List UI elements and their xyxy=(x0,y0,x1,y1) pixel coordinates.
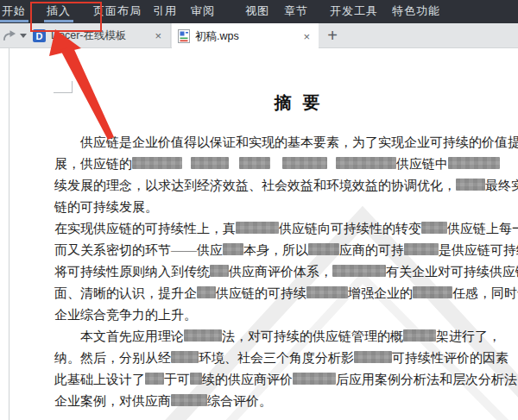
text-run: 后应用案例分析法和层次分析法 xyxy=(336,373,517,386)
document-line: 链的可持续发展。 xyxy=(54,197,518,218)
document-line: 本文首先应用理论法，对可持续的供应链管理的概架进行了， xyxy=(54,326,518,348)
censored-text xyxy=(456,179,485,191)
text-run: 可持续性评价的因素 xyxy=(392,351,509,365)
censored-text xyxy=(332,265,386,277)
censored-text xyxy=(132,157,182,169)
document-line: 而又关系密切的环节——供应本身，所以应商的可持是供应链可持续性 xyxy=(54,240,518,261)
censored-text xyxy=(404,243,439,255)
text-run: 供应链的可持续 xyxy=(216,286,306,300)
menu-tab-references[interactable]: 引用 xyxy=(153,0,177,23)
menu-tab-review[interactable]: 审阅 xyxy=(191,0,215,23)
close-icon[interactable]: × xyxy=(303,31,310,42)
text-run: 链的可持续发展。 xyxy=(54,200,158,214)
text-run: 任感，同时也 xyxy=(452,286,518,300)
docer-logo-icon: D xyxy=(33,29,46,42)
wps-document-icon xyxy=(178,29,190,43)
document-line: 此基础上设计了于可续的供应商评价后应用案例分析法和层次分析法 xyxy=(54,369,518,391)
text-run: 展，供应链的 xyxy=(54,157,132,171)
text-gap xyxy=(327,167,336,168)
text-run: 纳。然后，分别从经 xyxy=(54,351,171,365)
menu-label: 视图 xyxy=(245,4,269,17)
menu-label: 章节 xyxy=(284,4,308,17)
document-line: 在实现供应链的可持续性上，真供应链向可持续性的转变供应链上每一 xyxy=(54,218,518,240)
menu-label: 审阅 xyxy=(191,4,215,17)
tab-docer-templates[interactable]: D Docer-在线模板 × xyxy=(29,23,171,48)
text-run: 将可持续性原则纳入到传统 xyxy=(54,265,210,279)
censored-text xyxy=(448,157,500,169)
text-run: 面、清晰的认识，提升企 xyxy=(54,286,197,300)
text-run: 架进行了， xyxy=(436,329,501,343)
wps-writer-window: 开始 插入 页面布局 引用 审阅 视图 章节 开发工具 特色功能 D Docer… xyxy=(0,0,518,420)
text-run: 于可 xyxy=(164,373,190,386)
censored-text xyxy=(191,157,229,169)
new-tab-button[interactable]: + xyxy=(324,25,341,46)
censored-text xyxy=(308,243,339,255)
text-run: 供应链是企业价值得以保证和实现的基本要素，为了实现企业可持续的价值提 xyxy=(80,135,518,149)
text-gap xyxy=(182,167,191,168)
text-run: 供应商评价体系， xyxy=(229,265,332,279)
text-run: 是供应链可持续性 xyxy=(439,243,518,257)
text-run: 企业综合竞争力的上升。 xyxy=(54,308,197,322)
text-run: 续发展的理念，以求达到经济效益、社会效益和环境效益的协调优化， xyxy=(54,179,456,192)
censored-text xyxy=(197,286,216,298)
document-page[interactable]: 摘 要 供应链是企业价值得以保证和实现的基本要素，为了实现企业可持续的价值提展，… xyxy=(0,48,518,420)
ribbon-menu-bar: 开始 插入 页面布局 引用 审阅 视图 章节 开发工具 特色功能 xyxy=(0,0,518,23)
caret-down-icon[interactable] xyxy=(20,34,27,38)
text-run: 续的供应商评价 xyxy=(202,373,293,386)
document-tab-bar: D Docer-在线模板 × 初稿.wps × + xyxy=(0,23,518,48)
text-run: 增强企业的 xyxy=(348,286,413,300)
censored-text xyxy=(282,157,327,169)
document-line: 企业综合竞争力的上升。 xyxy=(54,304,518,326)
document-title: 摘 要 xyxy=(9,91,518,115)
redo-arrow-icon[interactable] xyxy=(3,29,16,41)
censored-text xyxy=(306,286,348,298)
menu-label: 页面布局 xyxy=(93,4,142,17)
menu-label: 开发工具 xyxy=(330,4,378,17)
censored-text xyxy=(171,394,207,406)
text-run: 此基础上设计了 xyxy=(54,373,145,386)
text-run: 在实现供应链的可持续性上，真 xyxy=(54,222,236,235)
text-run: 环境、社会三个角度分析影 xyxy=(199,351,354,365)
text-run: 有关企业对可持续供应链 xyxy=(386,265,518,279)
text-run: 综合评价。 xyxy=(207,394,272,408)
tab-draft-document[interactable]: 初稿.wps × xyxy=(172,23,319,49)
censored-text xyxy=(403,329,436,342)
text-run: 本身，所以 xyxy=(243,243,308,257)
text-run: 企业案例，对供应商 xyxy=(54,394,171,408)
menu-tab-home[interactable]: 开始 xyxy=(2,0,26,23)
censored-text xyxy=(354,351,392,363)
censored-text xyxy=(421,222,447,234)
text-run: 最终实 xyxy=(485,179,518,192)
censored-text xyxy=(184,329,222,342)
censored-text xyxy=(413,286,452,298)
menu-label: 插入 xyxy=(47,4,71,17)
menu-tab-page-layout[interactable]: 页面布局 xyxy=(93,0,142,23)
censored-text xyxy=(223,243,243,255)
text-gap xyxy=(270,167,282,168)
text-run: 供应链向可持续性的转变 xyxy=(279,222,421,235)
menu-tab-insert[interactable]: 插入 xyxy=(47,0,71,23)
document-line: 企业案例，对供应商综合评价。 xyxy=(54,391,518,412)
menu-tab-special-features[interactable]: 特色功能 xyxy=(392,0,440,23)
document-line: 供应链是企业价值得以保证和实现的基本要素，为了实现企业可持续的价值提 xyxy=(54,132,518,154)
close-icon[interactable]: × xyxy=(155,30,161,41)
text-gap xyxy=(229,167,239,168)
text-run: 而又关系密切的环节——供应 xyxy=(54,243,223,257)
menu-label: 引用 xyxy=(153,4,177,17)
censored-text xyxy=(336,157,396,169)
censored-text xyxy=(239,157,270,169)
document-body: 供应链是企业价值得以保证和实现的基本要素，为了实现企业可持续的价值提展，供应链的… xyxy=(54,132,518,412)
text-run: 供应链中 xyxy=(396,157,448,171)
menu-label: 开始 xyxy=(2,4,26,17)
document-line: 展，供应链的供应链中 xyxy=(54,154,518,175)
censored-text xyxy=(145,373,164,385)
document-line: 面、清晰的认识，提升企供应链的可持续增强企业的任感，同时也 xyxy=(54,283,518,304)
menu-tab-developer[interactable]: 开发工具 xyxy=(330,0,378,23)
censored-text xyxy=(293,373,336,385)
menu-tab-view[interactable]: 视图 xyxy=(245,0,269,23)
censored-text xyxy=(236,222,279,234)
text-run: 供应链上每一 xyxy=(447,222,518,235)
menu-tab-section[interactable]: 章节 xyxy=(284,0,308,23)
text-run: 本文首先应用理论 xyxy=(80,329,184,343)
tab-label: Docer-在线模板 xyxy=(51,28,127,43)
